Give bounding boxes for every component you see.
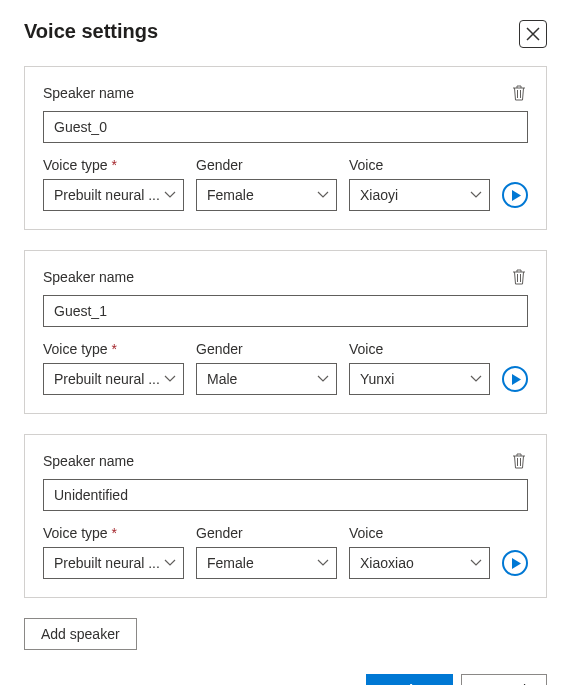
gender-label: Gender	[196, 341, 337, 357]
speaker-name-label: Speaker name	[43, 269, 134, 285]
speaker-name-label: Speaker name	[43, 453, 134, 469]
speaker-name-input[interactable]	[43, 479, 528, 511]
gender-label: Gender	[196, 157, 337, 173]
gender-label: Gender	[196, 525, 337, 541]
voice-type-label: Voice type *	[43, 157, 184, 173]
speaker-card: Speaker name Voice type * Prebuilt neura…	[24, 250, 547, 414]
play-voice-button[interactable]	[502, 182, 528, 208]
voice-select[interactable]: Xiaoxiao	[349, 547, 490, 579]
play-voice-button[interactable]	[502, 550, 528, 576]
voice-label: Voice	[349, 341, 490, 357]
close-icon	[526, 27, 540, 41]
dialog-title: Voice settings	[24, 20, 158, 43]
play-icon	[512, 190, 521, 201]
voice-label: Voice	[349, 525, 490, 541]
voice-type-select[interactable]: Prebuilt neural ...	[43, 363, 184, 395]
voice-type-select[interactable]: Prebuilt neural ...	[43, 547, 184, 579]
trash-icon	[512, 453, 526, 469]
speaker-name-label: Speaker name	[43, 85, 134, 101]
cancel-button[interactable]: Cancel	[461, 674, 547, 685]
speaker-name-input[interactable]	[43, 111, 528, 143]
play-icon	[512, 374, 521, 385]
voice-type-select[interactable]: Prebuilt neural ...	[43, 179, 184, 211]
speaker-card: Speaker name Voice type * Prebuilt neura…	[24, 434, 547, 598]
close-button[interactable]	[519, 20, 547, 48]
gender-select[interactable]: Female	[196, 179, 337, 211]
dialog-header: Voice settings	[24, 20, 547, 48]
voice-select[interactable]: Xiaoyi	[349, 179, 490, 211]
voice-settings-dialog: Voice settings Speaker name Voice type *…	[0, 0, 571, 685]
gender-select[interactable]: Female	[196, 547, 337, 579]
trash-icon	[512, 269, 526, 285]
gender-select[interactable]: Male	[196, 363, 337, 395]
add-speaker-button[interactable]: Add speaker	[24, 618, 137, 650]
dialog-footer: Update Cancel	[24, 674, 547, 685]
delete-speaker-button[interactable]	[510, 267, 528, 287]
voice-select[interactable]: Yunxi	[349, 363, 490, 395]
trash-icon	[512, 85, 526, 101]
update-button[interactable]: Update	[366, 674, 453, 685]
speaker-name-input[interactable]	[43, 295, 528, 327]
play-icon	[512, 558, 521, 569]
speaker-card: Speaker name Voice type * Prebuilt neura…	[24, 66, 547, 230]
voice-type-label: Voice type *	[43, 525, 184, 541]
delete-speaker-button[interactable]	[510, 83, 528, 103]
voice-label: Voice	[349, 157, 490, 173]
play-voice-button[interactable]	[502, 366, 528, 392]
delete-speaker-button[interactable]	[510, 451, 528, 471]
voice-type-label: Voice type *	[43, 341, 184, 357]
